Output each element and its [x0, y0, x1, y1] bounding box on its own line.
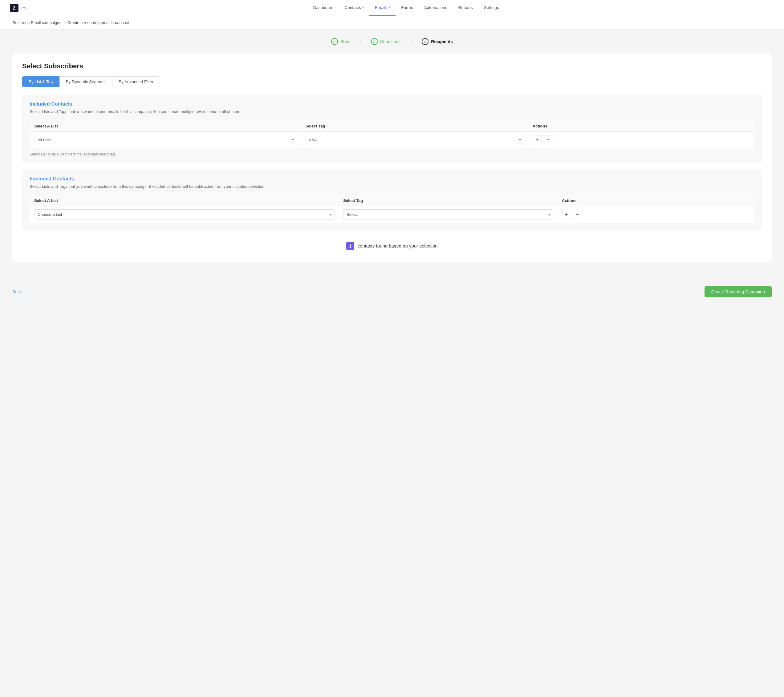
main-card: Select Subscribers By List & Tag By Dyna…: [12, 54, 772, 262]
excluded-col-list: Select A List: [30, 195, 339, 206]
excluded-contacts-desc: Select Lists and Tags that you want to e…: [30, 184, 754, 190]
step-recipients-icon: ○: [422, 38, 428, 45]
excluded-actions-cell: + −: [558, 206, 754, 223]
included-col-list: Select A List: [30, 120, 301, 132]
included-table-header-row: Select A List Select Tag Actions: [30, 120, 754, 132]
contacts-count-row: 1 contacts found based on your selection: [22, 236, 762, 253]
excluded-contacts-section: Excluded Contacts Select Lists and Tags …: [22, 169, 762, 230]
table-row: All Lists AAA: [30, 132, 754, 148]
step-conditions-icon: ✓: [371, 38, 378, 45]
main-content: Select Subscribers By List & Tag By Dyna…: [0, 54, 784, 280]
breadcrumb-separator: /: [64, 20, 65, 25]
included-col-actions: Actions: [528, 120, 754, 132]
nav-emails[interactable]: Emails ▾: [369, 0, 396, 16]
create-campaign-button[interactable]: Create Recurring Campaign: [705, 286, 772, 298]
excluded-list-select[interactable]: Choose a List: [34, 209, 334, 220]
included-remove-row-button[interactable]: −: [544, 135, 553, 145]
step-conditions: ✓ Conditions: [371, 38, 400, 45]
excluded-tag-select[interactable]: Select: [343, 209, 553, 220]
nav-contacts[interactable]: Contacts ▾: [339, 0, 369, 16]
step-start-label: Start: [340, 39, 350, 44]
included-list-cell: All Lists: [30, 132, 301, 148]
excluded-col-actions: Actions: [558, 195, 754, 206]
table-row: Choose a List Select: [30, 206, 754, 223]
contacts-chevron: ▾: [362, 6, 364, 9]
excluded-tag-cell: Select: [339, 206, 558, 223]
included-contacts-desc: Select Lists and Tags that you want to s…: [30, 108, 754, 115]
step-conditions-label: Conditions: [380, 39, 400, 44]
excluded-table-header-row: Select A List Select Tag Actions: [30, 195, 754, 206]
excluded-list-select-wrapper: Choose a List: [34, 209, 334, 220]
contacts-count-label: contacts found based on your selection: [357, 243, 438, 248]
included-col-tag: Select Tag: [301, 120, 528, 132]
nav-dashboard[interactable]: Dashboard: [308, 0, 339, 16]
step-recipients: ○ Recipients: [422, 38, 453, 45]
step-start-icon: ✓: [331, 38, 338, 45]
footer: Back Create Recurring Campaign: [0, 280, 784, 304]
step-arrow-1: ›: [359, 39, 361, 44]
included-tag-cell: AAA: [301, 132, 528, 148]
page-title: Select Subscribers: [22, 62, 762, 70]
tab-by-advanced-filter[interactable]: By Advanced Filter: [112, 76, 160, 87]
step-arrow-2: ›: [410, 39, 412, 44]
included-tag-select[interactable]: AAA: [306, 135, 524, 145]
nav-settings[interactable]: Settings: [478, 0, 505, 16]
pro-label: Pro: [20, 6, 26, 10]
step-start: ✓ Start: [331, 38, 350, 45]
emails-chevron: ▾: [389, 6, 390, 9]
excluded-add-row-button[interactable]: +: [562, 210, 571, 219]
excluded-tag-select-wrapper: Select: [343, 209, 553, 220]
stepper: ✓ Start › ✓ Conditions › ○ Recipients: [0, 30, 784, 54]
included-tag-select-wrapper: AAA: [306, 135, 524, 145]
breadcrumb-current: Create a recurring email broadcast: [68, 20, 129, 25]
nav-automations[interactable]: Automations: [418, 0, 453, 16]
excluded-remove-row-button[interactable]: −: [573, 210, 582, 219]
included-list-select[interactable]: All Lists: [34, 135, 297, 145]
excluded-actions-group: + −: [562, 210, 750, 219]
excluded-col-tag: Select Tag: [339, 195, 558, 206]
nav-items: Dashboard Contacts ▾ Emails ▾ Forms Auto…: [38, 0, 774, 16]
included-hint-text: Select List or all subscribers first and…: [30, 152, 754, 156]
main-nav: Z Pro Dashboard Contacts ▾ Emails ▾ Form…: [0, 0, 784, 16]
tab-by-dynamic-segment[interactable]: By Dynamic Segment: [59, 76, 112, 87]
included-actions-group: + −: [533, 135, 750, 145]
back-button[interactable]: Back: [12, 289, 22, 294]
subscriber-tabs: By List & Tag By Dynamic Segment By Adva…: [22, 76, 762, 87]
included-add-row-button[interactable]: +: [533, 135, 542, 145]
contacts-count-badge: 1: [346, 242, 354, 250]
breadcrumb-link[interactable]: Recurring Email campaigns: [12, 20, 61, 25]
nav-reports[interactable]: Reports: [453, 0, 478, 16]
included-list-select-wrapper: All Lists: [34, 135, 297, 145]
excluded-contacts-title: Excluded Contacts: [30, 176, 754, 182]
included-actions-cell: + −: [528, 132, 754, 148]
logo-icon: Z: [10, 4, 18, 12]
step-recipients-label: Recipients: [431, 39, 453, 44]
logo[interactable]: Z Pro: [10, 4, 26, 12]
tab-by-list-tag[interactable]: By List & Tag: [22, 76, 59, 87]
included-contacts-title: Included Contacts: [30, 101, 754, 107]
breadcrumb: Recurring Email campaigns / Create a rec…: [0, 16, 784, 30]
nav-forms[interactable]: Forms: [395, 0, 418, 16]
excluded-contacts-table: Select A List Select Tag Actions Choose …: [30, 195, 754, 223]
included-contacts-section: Included Contacts Select Lists and Tags …: [22, 95, 762, 163]
excluded-list-cell: Choose a List: [30, 206, 339, 223]
included-contacts-table: Select A List Select Tag Actions All Lis…: [30, 120, 754, 148]
